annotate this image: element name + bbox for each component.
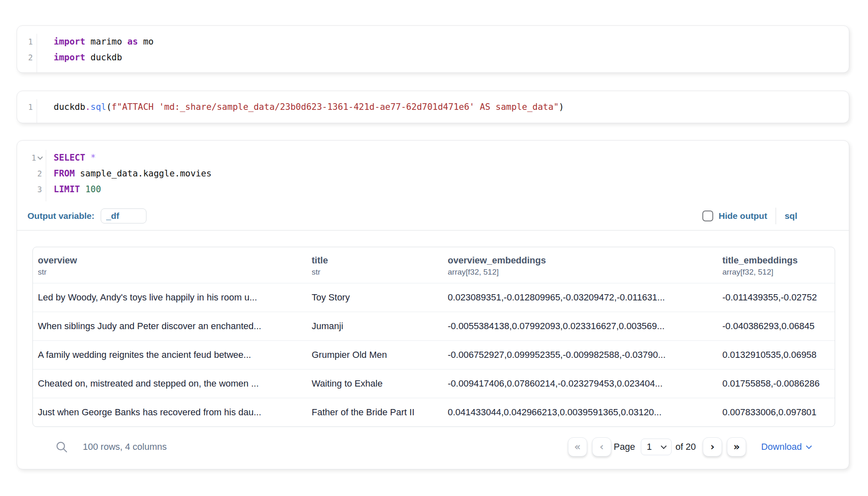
gutter-line: 2 <box>17 50 37 65</box>
line-number: 1 <box>28 99 33 115</box>
footer-left: 100 rows, 4 columns <box>55 441 167 453</box>
table-cell: -0.006752927,0.099952355,-0.009982588,-0… <box>443 350 717 360</box>
gutter-line: 3 <box>17 181 46 197</box>
code-token: 100 <box>85 184 101 194</box>
language-badge-sql[interactable]: sql <box>785 211 797 221</box>
code-token <box>80 184 85 194</box>
chevron-down-icon <box>661 443 667 449</box>
code-token: as <box>127 37 138 47</box>
page-number-select[interactable]: 1 <box>641 439 672 455</box>
column-dtype: array[f32, 512] <box>448 267 717 278</box>
sql-cell: 123SELECT *FROM sample_data.kaggle.movie… <box>17 140 849 469</box>
hide-output-label[interactable]: Hide output <box>719 211 767 221</box>
line-number-gutter: 123 <box>17 150 46 201</box>
output-variable-input[interactable] <box>101 208 146 223</box>
table-cell: Waiting to Exhale <box>307 378 443 389</box>
table-cell: -0.0055384138,0.07992093,0.023316627,0.0… <box>443 321 717 332</box>
last-page-button[interactable]: » <box>727 437 746 456</box>
code-line: import marimo as mo <box>54 34 849 50</box>
chevron-down-icon <box>806 443 812 449</box>
column-dtype: str <box>38 267 307 278</box>
table-cell: Just when George Banks has recovered fro… <box>33 407 307 418</box>
result-table: overviewstrtitlestroverview_embeddingsar… <box>32 247 835 427</box>
table-cell: 0.007833006,0.097801 <box>717 407 835 418</box>
table-cell: 0.01755858,-0.0086286 <box>717 378 835 389</box>
code-token: marimo <box>85 37 127 47</box>
table-cell: 0.041433044,0.042966213,0.0039591365,0.0… <box>443 407 717 418</box>
table-row: Led by Woody, Andy's toys live happily i… <box>33 283 835 312</box>
output-variable-group: Output variable: <box>27 208 146 223</box>
page-count-label: of 20 <box>675 441 696 452</box>
code-token: LIMIT <box>54 184 80 194</box>
code-token <box>85 153 91 163</box>
toolbar-divider <box>776 208 776 224</box>
code-editor[interactable]: 123SELECT *FROM sample_data.kaggle.movie… <box>17 141 849 201</box>
table-cell: Jumanji <box>307 321 443 332</box>
table-cell: Grumpier Old Men <box>307 350 443 360</box>
gutter-line: 1 <box>17 150 46 166</box>
table-cell: Toy Story <box>307 292 443 303</box>
line-number-gutter: 12 <box>17 34 37 72</box>
code-token: ) <box>559 102 564 112</box>
line-number-gutter: 1 <box>17 99 37 123</box>
next-page-button[interactable]: › <box>703 437 722 456</box>
code-token: duckdb <box>85 52 122 62</box>
column-name: overview_embeddings <box>448 254 717 267</box>
gutter-line: 2 <box>17 166 46 181</box>
table-cell: -0.009417406,0.07860214,-0.023279453,0.0… <box>443 378 717 389</box>
first-page-button[interactable]: « <box>568 437 587 456</box>
column-header-overview_embeddings[interactable]: overview_embeddingsarray[f32, 512] <box>443 254 717 278</box>
cell-output: overviewstrtitlestroverview_embeddingsar… <box>17 231 849 456</box>
page-label: Page <box>614 441 635 452</box>
line-number: 1 <box>28 34 33 50</box>
column-header-title_embeddings[interactable]: title_embeddingsarray[f32, 512] <box>717 254 835 278</box>
output-variable-label: Output variable: <box>27 211 94 221</box>
code-token: f"ATTACH 'md:_share/sample_data/23b0d623… <box>112 102 559 112</box>
fold-chevron-icon[interactable] <box>37 154 43 160</box>
table-row: Just when George Banks has recovered fro… <box>33 398 835 427</box>
row-count-summary: 100 rows, 4 columns <box>83 441 167 452</box>
code-line: duckdb.sql(f"ATTACH 'md:_share/sample_da… <box>54 99 849 115</box>
code-editor[interactable]: 1duckdb.sql(f"ATTACH 'md:_share/sample_d… <box>17 91 849 123</box>
code-editor[interactable]: 12import marimo as moimport duckdb <box>17 26 849 72</box>
line-number: 1 <box>32 150 36 166</box>
table-cell: When siblings Judy and Peter discover an… <box>33 321 307 332</box>
table-body: Led by Woody, Andy's toys live happily i… <box>33 283 835 427</box>
table-cell: Father of the Bride Part II <box>307 407 443 418</box>
table-row: When siblings Judy and Peter discover an… <box>33 312 835 340</box>
table-row: A family wedding reignites the ancient f… <box>33 340 835 369</box>
toolbar-right-group: Hide output sql <box>702 208 797 224</box>
table-cell: 0.0132910535,0.06958 <box>717 350 835 360</box>
code-lines: SELECT *FROM sample_data.kaggle.moviesLI… <box>46 150 849 201</box>
column-name: overview <box>38 254 307 267</box>
code-token: import <box>54 37 85 47</box>
code-token: * <box>91 153 96 163</box>
hide-output-checkbox[interactable] <box>702 211 713 221</box>
code-token: import <box>54 52 85 62</box>
download-menu[interactable]: Download <box>761 441 811 452</box>
line-number: 2 <box>28 50 33 65</box>
table-header-row: overviewstrtitlestroverview_embeddingsar… <box>33 247 835 283</box>
code-token: SELECT <box>54 153 85 163</box>
code-token: duckdb <box>54 102 85 112</box>
table-footer: 100 rows, 4 columns « ‹ Page 1 of 20 › »… <box>32 437 834 456</box>
code-line: import duckdb <box>54 50 849 65</box>
line-number: 2 <box>37 166 42 181</box>
code-token: sample_data.kaggle.movies <box>75 169 212 179</box>
column-name: title <box>312 254 443 267</box>
table-row: Cheated on, mistreated and stepped on, t… <box>33 369 835 398</box>
marimo-notebook: 12import marimo as moimport duckdb 1duck… <box>0 0 868 496</box>
column-header-title[interactable]: titlestr <box>307 254 443 278</box>
table-cell: 0.023089351,-0.012809965,-0.03209472,-0.… <box>443 292 717 303</box>
pagination: « ‹ Page 1 of 20 › » Download <box>568 437 811 456</box>
page-number-value: 1 <box>647 441 652 452</box>
cell-toolbar: Output variable: Hide output sql <box>17 201 849 231</box>
gutter-line: 1 <box>17 99 37 115</box>
code-line: FROM sample_data.kaggle.movies <box>54 166 849 181</box>
search-icon[interactable] <box>55 441 68 453</box>
column-name: title_embeddings <box>722 254 835 267</box>
column-header-overview[interactable]: overviewstr <box>33 254 307 278</box>
code-cell-imports: 12import marimo as moimport duckdb <box>17 25 849 73</box>
previous-page-button[interactable]: ‹ <box>592 437 611 456</box>
code-lines: import marimo as moimport duckdb <box>37 34 849 72</box>
